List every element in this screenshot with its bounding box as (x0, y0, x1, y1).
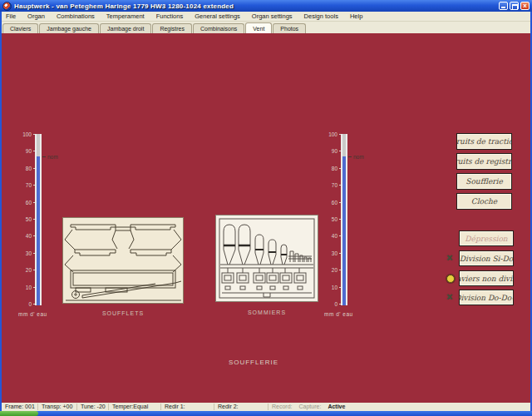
claviers-non-divises-led-icon (446, 275, 455, 283)
wind-gauge-windchest: 100 90 80 70 60 50 (327, 131, 392, 324)
meter-unit-label: mm d' eau (324, 311, 382, 317)
menu-bar: File Organ Combinations Temperament Func… (0, 12, 532, 22)
division-do-dod-off-icon: × (446, 294, 454, 302)
meter-tick: 60 (21, 200, 36, 206)
status-redir2: Redir 2: (214, 404, 268, 410)
meter-tick: 40 (21, 233, 36, 239)
meter-bar (341, 134, 347, 305)
maximize-button[interactable] (510, 2, 519, 10)
meter-tick: 80 (21, 166, 36, 171)
bellows-caption: SOUFFLETS (62, 310, 184, 316)
meter-tick: 30 (327, 250, 342, 256)
meter-tick: 10 (327, 285, 342, 290)
app-icon (2, 2, 12, 11)
bellows-image: SOUFFLETS (62, 217, 184, 316)
tab-claviers[interactable]: Claviers (2, 23, 38, 33)
window-border-left (0, 12, 2, 411)
button-claviers-non-divises[interactable]: Claviers non divisés (459, 270, 514, 286)
hauptwerk-window: { "window": { "title": "Hauptwerk - van … (0, 0, 532, 416)
button-division-do-dod[interactable]: Division Do-Do# (459, 290, 514, 305)
tab-jambage-gauche[interactable]: Jambage gauche (39, 23, 99, 33)
button-depression[interactable]: Dépression (459, 230, 514, 246)
menu-file[interactable]: File (0, 12, 22, 22)
menu-design-tools[interactable]: Design tools (298, 12, 344, 22)
menu-organ[interactable]: Organ (22, 12, 51, 22)
tab-vent[interactable]: Vent (245, 22, 272, 33)
meter-tick: 10 (21, 285, 36, 290)
meter-tick: 50 (21, 216, 36, 222)
close-button[interactable]: x (520, 2, 530, 10)
status-tune: Tune: -20 (77, 404, 109, 410)
meter-tick: 0 (21, 301, 36, 307)
window-title: Hauptwerk - van Peteghem Haringe 1779 HW… (14, 2, 499, 10)
title-bar: Hauptwerk - van Peteghem Haringe 1779 HW… (0, 0, 532, 12)
tab-registres[interactable]: Registres (152, 23, 192, 33)
windchest-image: SOMMIERS (215, 215, 318, 315)
meter-tick: 20 (21, 267, 36, 273)
button-cloche[interactable]: Cloche (456, 193, 512, 210)
menu-functions[interactable]: Functions (150, 12, 190, 22)
meter-bar (35, 134, 42, 305)
button-bruits-de-traction[interactable]: Bruits de traction (456, 133, 512, 150)
status-redir1: Redir 1: (161, 404, 214, 410)
meter-tick: 30 (21, 250, 36, 256)
status-temperament: Temper:Equal (109, 404, 161, 410)
meter-tick: 70 (21, 182, 36, 188)
status-record: Record: (268, 404, 296, 410)
meter-tick: 90 (327, 148, 342, 154)
tab-jambage-droit[interactable]: Jambage droit (100, 23, 151, 33)
meter-tick: 70 (327, 182, 342, 188)
status-bar: Frame: 001 Transp: +00 Tune: -20 Temper:… (2, 403, 530, 411)
status-frame: Frame: 001 (2, 404, 38, 410)
meter-tick: 100 (327, 131, 342, 137)
meter-tick: 100 (21, 131, 36, 137)
minimize-button[interactable] (499, 2, 508, 10)
windchest-caption: SOMMIERS (215, 310, 318, 315)
meter-scale: 100 90 80 70 60 50 (327, 131, 342, 307)
tab-photos[interactable]: Photos (273, 23, 306, 33)
meter-tick: 90 (21, 148, 36, 154)
nominal-marker: nom (348, 156, 364, 159)
status-transpose: Transp: +00 (38, 404, 77, 410)
meter-tick: 50 (327, 216, 342, 222)
meter-tick: 80 (327, 166, 342, 171)
button-bruits-de-registres[interactable]: Bruits de registres (456, 153, 512, 170)
tab-combinaisons[interactable]: Combinaisons (193, 23, 244, 33)
wind-page: 100 90 80 70 60 50 (0, 33, 532, 403)
button-division-si-do[interactable]: Division Si-Do (459, 250, 514, 266)
button-soufflerie[interactable]: Soufflerie (456, 173, 512, 190)
start-button[interactable] (0, 411, 38, 416)
status-active: Active (324, 404, 348, 410)
meter-tick: 40 (327, 233, 342, 239)
menu-organ-settings[interactable]: Organ settings (246, 12, 298, 22)
meter-tick: 20 (327, 267, 342, 273)
meter-scale: 100 90 80 70 60 50 (21, 131, 36, 307)
taskbar-strip (0, 411, 532, 416)
division-si-do-off-icon: × (446, 255, 454, 263)
status-capture: Capture: (296, 404, 325, 410)
menu-combinations[interactable]: Combinations (51, 12, 101, 22)
menu-temperament[interactable]: Temperament (101, 12, 150, 22)
meter-tick: 0 (327, 301, 342, 307)
menu-help[interactable]: Help (344, 12, 368, 22)
menu-general-settings[interactable]: General settings (189, 12, 246, 22)
page-caption: SOUFFLERIE (187, 359, 320, 366)
nominal-marker: nom (42, 156, 58, 159)
tab-bar: Claviers Jambage gauche Jambage droit Re… (0, 22, 532, 33)
meter-tick: 60 (327, 200, 342, 206)
